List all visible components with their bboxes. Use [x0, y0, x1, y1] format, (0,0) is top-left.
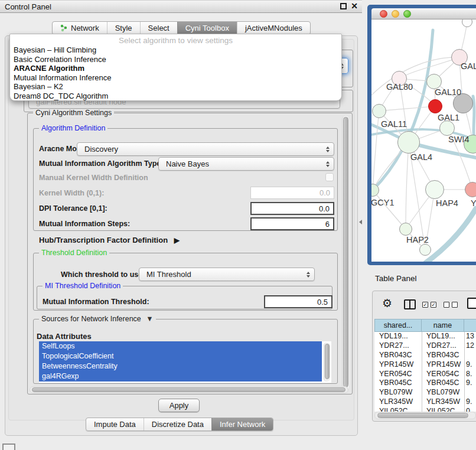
tab-discretize-data[interactable]: Discretize Data [144, 418, 211, 431]
mi-type-combobox[interactable]: Naive Bayes [158, 157, 334, 171]
node-label: GAL4 [410, 152, 432, 162]
network-icon [60, 24, 68, 32]
document-icon[interactable] [467, 298, 476, 309]
column-header-name[interactable]: name [422, 319, 464, 332]
node-label: SWI4 [448, 135, 469, 144]
hub-definition-label[interactable]: Hub/Transcription Factor Definition ▶ [39, 236, 180, 244]
node-label: GAL11 [381, 119, 407, 129]
splitter-collapse-icon[interactable] [359, 220, 362, 224]
control-panel-titlebar: Control Panel ✕ [0, 0, 362, 13]
attribute-item-selected[interactable]: TopologicalCoefficient [39, 351, 322, 361]
mi-threshold-field[interactable]: 0.5 [264, 295, 332, 308]
sources-title[interactable]: Sources for Network Inference ▼ [39, 315, 156, 323]
network-canvas[interactable]: GAL GAL80 GAL10 GAL1 GAL11 SWI4 GAL4 GCY… [371, 19, 476, 262]
tab-cyni-toolbox[interactable]: Cyni Toolbox [177, 22, 237, 34]
mi-threshold-label: Mutual Information Threshold: [43, 298, 149, 306]
table-header: shared... name [374, 319, 476, 332]
node-label: HAP4 [436, 198, 458, 208]
tab-network[interactable]: Network [53, 22, 107, 34]
network-node-gal4[interactable] [397, 131, 420, 154]
data-attributes-list: SelfLoops TopologicalCoefficient Between… [39, 341, 331, 383]
dpi-tolerance-field[interactable]: 0.0 [250, 202, 334, 215]
deselect-all-icon[interactable] [444, 302, 458, 308]
table-row[interactable]: YBR045CYBR045C9. [374, 379, 476, 388]
minimize-window-icon[interactable] [392, 10, 399, 18]
tab-jactivemnodules[interactable]: jActiveMNodules [237, 22, 310, 34]
kernel-width-field[interactable]: 0.0 [250, 187, 334, 199]
dropdown-item[interactable]: Bayesian – K2 [12, 82, 339, 92]
apply-button[interactable]: Apply [158, 399, 200, 412]
minimized-panel-button[interactable] [2, 444, 15, 450]
network-node-hap4[interactable] [425, 180, 444, 199]
which-threshold-label: Which threshold to use: [61, 270, 145, 279]
close-panel-icon[interactable]: ✕ [351, 1, 358, 11]
column-header-shared-name[interactable]: shared... [374, 319, 422, 332]
table-row[interactable]: YDL19...YDL19...13 [374, 332, 476, 341]
table-body: YDL19...YDL19...13 YDR27...YDR27...12 YB… [374, 332, 476, 412]
column-header-cut[interactable] [464, 319, 476, 332]
dropdown-item[interactable]: Dream8 DC_TDC Algorithm [12, 92, 339, 101]
tab-infer-network[interactable]: Infer Network [211, 418, 273, 431]
float-panel-icon[interactable] [340, 3, 347, 9]
dropdown-item-selected[interactable]: ARACNE Algorithm [12, 64, 339, 73]
settings-horizontal-scrollbar[interactable] [30, 386, 348, 393]
tab-select[interactable]: Select [140, 22, 177, 34]
table-row[interactable]: YPR145WYPR145W9. [374, 360, 476, 370]
table-row[interactable]: YIL052CYIL052C0. [374, 407, 476, 412]
algorithm-definition-title: Algorithm Definition [39, 125, 107, 132]
mi-steps-label: Mutual Information Steps: [39, 220, 130, 228]
data-attributes-label: Data Attributes [37, 332, 92, 341]
table-horizontal-scrollbar[interactable] [374, 412, 476, 419]
dropdown-item[interactable]: Mutual Information Inference [12, 73, 339, 83]
control-panel-title: Control Panel [5, 2, 51, 11]
node-label: GAL [461, 61, 476, 71]
screen: Control Panel ✕ Network Style Select Cyn… [0, 0, 476, 450]
dropdown-prompt: Select algorithm to view settings [10, 36, 341, 45]
mi-steps-field[interactable]: 6 [250, 217, 334, 230]
gear-icon[interactable]: ⚙ [382, 296, 392, 310]
node-label: Y [471, 198, 476, 208]
bottom-tabs: Impute Data Discretize Data Infer Networ… [86, 418, 273, 431]
collapse-down-icon[interactable]: ▼ [146, 315, 153, 323]
table-row[interactable]: YDR27...YDR27...12 [374, 341, 476, 351]
table-panel-title: Table Panel [375, 274, 417, 283]
close-window-icon[interactable] [380, 10, 387, 18]
attribute-list-scrollbar[interactable] [324, 343, 330, 381]
maximize-window-icon[interactable] [403, 10, 411, 18]
select-all-icon[interactable]: ✓✓ [422, 302, 436, 308]
attribute-item-selected[interactable]: SelfLoops [39, 341, 322, 351]
network-node-hap2[interactable] [399, 223, 412, 236]
node-label: GAL80 [386, 82, 413, 92]
mi-type-label: Mutual Information Algorithm Type: [39, 159, 163, 168]
which-threshold-combobox[interactable]: MI Threshold [139, 268, 315, 281]
dropdown-item[interactable]: Bayesian – Hill Climbing [12, 45, 339, 55]
network-node-gal1-red[interactable] [428, 99, 442, 113]
network-window-titlebar[interactable] [371, 8, 476, 19]
network-node-gal11[interactable] [372, 104, 386, 118]
network-node-swi4[interactable] [439, 120, 455, 136]
cyni-algorithm-settings-title: Cyni Algorithm Settings [33, 109, 114, 117]
columns-icon[interactable] [404, 299, 416, 309]
control-panel-tabs: Network Style Select Cyni Toolbox jActiv… [52, 21, 311, 35]
mi-threshold-title: MI Threshold Definition [43, 282, 123, 290]
tab-impute-data[interactable]: Impute Data [86, 418, 144, 431]
threshold-definition-title: Threshold Definition [39, 249, 109, 257]
settings-vertical-scrollbar[interactable] [342, 116, 349, 391]
aracne-mode-combobox[interactable]: Discovery [77, 142, 334, 156]
dropdown-item[interactable]: Basic Correlation Inference [12, 55, 339, 64]
node-label: GAL1 [438, 113, 459, 122]
expand-right-icon[interactable]: ▶ [174, 236, 180, 244]
network-node[interactable] [419, 244, 431, 256]
attribute-item-selected[interactable]: gal4RGexp [39, 371, 322, 381]
table-row[interactable]: YBL079WYBL079W [374, 388, 476, 397]
node-label: GAL10 [435, 87, 461, 97]
manual-kernel-checkbox[interactable] [325, 173, 334, 181]
node-label: GCY1 [371, 198, 395, 207]
table-row[interactable]: YER054CYER054C8. [374, 370, 476, 379]
tab-style[interactable]: Style [107, 22, 140, 34]
attribute-item-selected[interactable]: BetweennessCentrality [39, 361, 322, 371]
table-row[interactable]: YBR043CYBR043C [374, 351, 476, 360]
network-node-salmon[interactable] [465, 182, 476, 197]
table-row[interactable]: YLR345WYLR345W9. [374, 397, 476, 407]
manual-kernel-label: Manual Kernel Width Definition [39, 174, 148, 182]
